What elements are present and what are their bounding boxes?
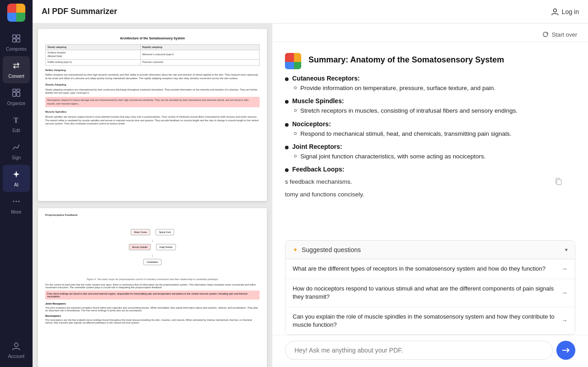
suggested-header-left: ✦ Suggested questions	[293, 246, 361, 253]
bullet-circle	[294, 86, 297, 89]
svg-point-11	[19, 201, 20, 202]
account-icon	[11, 341, 21, 352]
bullet-dot	[285, 123, 289, 127]
list-item: Muscle Spindles: Stretch receptors in mu…	[285, 97, 575, 115]
arrow-right-icon: →	[561, 289, 568, 298]
list-item: Nociceptors: Respond to mechanical stimu…	[285, 120, 575, 138]
list-item: Cutaneous Receptors: Provide information…	[285, 75, 575, 93]
svg-rect-2	[13, 39, 16, 42]
svg-rect-6	[13, 92, 16, 96]
summary-header: Start over	[272, 24, 588, 42]
sparkle-icon: ✦	[293, 246, 298, 253]
sidebar-item-more[interactable]: More	[0, 192, 33, 219]
login-button[interactable]: Log in	[551, 8, 579, 16]
sidebar-item-account[interactable]: Account	[0, 337, 33, 363]
organize-icon	[11, 88, 21, 99]
pdf-page-1: Architecture of the Somatosensory System…	[38, 29, 267, 201]
svg-rect-3	[17, 39, 20, 42]
summary-content: Summary: Anatomy of the Somatosensory Sy…	[272, 42, 588, 237]
compress-label: Compress	[6, 47, 27, 52]
bullet-heading: Joint Receptors:	[292, 143, 342, 150]
suggested-questions-header[interactable]: ✦ Suggested questions ▾	[285, 241, 575, 259]
svg-point-9	[13, 201, 14, 202]
summary-content-wrapper: Summary: Anatomy of the Somatosensory Sy…	[272, 42, 588, 367]
summary-logo-row: Summary: Anatomy of the Somatosensory Sy…	[285, 53, 575, 69]
bullet-dot	[285, 100, 289, 104]
suggested-questions-list: What are the different types of receptor…	[285, 259, 575, 334]
bullet-subtext: Respond to mechanical stimuli, heat, and…	[300, 129, 512, 138]
bullet-heading: Feedback Loops:	[292, 166, 344, 173]
app-logo	[7, 4, 25, 22]
bullet-subtext: Stretch receptors in muscles, consisting…	[300, 106, 517, 115]
main-content: AI PDF Summarizer Log in Architecture of…	[33, 0, 588, 367]
chevron-down-icon: ▾	[565, 247, 568, 253]
suggested-question-1-text: What are the different types of receptor…	[293, 265, 545, 273]
bullet-circle	[294, 155, 297, 157]
account-label: Account	[8, 354, 24, 359]
list-item: Joint Receptors: Signal joint function c…	[285, 143, 575, 161]
pdf-panel[interactable]: Architecture of the Somatosensory System…	[33, 24, 272, 367]
svg-rect-7	[17, 92, 20, 96]
arrow-right-icon: →	[561, 265, 568, 274]
bullet-heading: Nociceptors:	[292, 120, 331, 128]
more-label: More	[11, 210, 22, 214]
sidebar-item-convert[interactable]: Convert	[3, 56, 30, 83]
bullet-dot	[285, 146, 289, 149]
chat-input[interactable]	[285, 341, 553, 360]
sign-label: Sign	[12, 155, 21, 160]
bullet-subtext: Provide information on temperature, pres…	[300, 84, 495, 93]
edit-label: Edit	[12, 128, 20, 133]
bullet-circle	[294, 132, 297, 135]
login-label: Log in	[562, 8, 579, 15]
bullet-subtext: Signal joint function characteristics, w…	[300, 152, 486, 161]
list-item: Feedback Loops:	[285, 166, 575, 173]
svg-point-13	[553, 9, 556, 12]
ai-label: AI	[14, 182, 18, 187]
svg-rect-5	[17, 89, 20, 91]
header: AI PDF Summarizer Log in	[33, 0, 588, 24]
arrow-right-icon: →	[561, 316, 568, 325]
sidebar-item-compress[interactable]: Compress	[0, 29, 33, 56]
svg-rect-4	[13, 89, 16, 91]
summary-logo	[285, 53, 301, 69]
pdf-figure-label: Figure 4: Two basic loops for propriocep…	[45, 278, 260, 281]
start-over-button[interactable]: Start over	[542, 31, 577, 38]
sidebar: Compress Convert Organize T Edit	[0, 0, 33, 367]
pdf-page-2: Proprioceptive Feedback Motor Cortex Spi…	[38, 208, 267, 367]
svg-text:T: T	[14, 116, 19, 124]
sidebar-item-ai[interactable]: AI	[3, 165, 30, 192]
copy-icon-wrapper[interactable]	[555, 177, 563, 187]
more-icon	[11, 196, 21, 208]
summary-title: Summary: Anatomy of the Somatosensory Sy…	[308, 53, 504, 65]
sign-icon	[11, 142, 21, 153]
suggested-question-3[interactable]: Can you explain the role of muscle spind…	[285, 307, 575, 334]
suggested-questions-label: Suggested questions	[302, 246, 361, 253]
pdf-highlight-1: Nociceptors respond to tissue damage and…	[45, 97, 260, 107]
fade-text-1: s feedback mechanisms.	[285, 178, 352, 185]
bullet-dot	[285, 77, 289, 81]
ai-icon	[11, 169, 21, 181]
summary-list: Cutaneous Receptors: Provide information…	[285, 75, 575, 173]
svg-rect-1	[17, 35, 20, 38]
send-button[interactable]	[556, 341, 575, 360]
sidebar-item-edit[interactable]: T Edit	[0, 110, 33, 138]
bullet-heading: Cutaneous Receptors:	[292, 75, 360, 82]
suggested-question-3-text: Can you explain the role of muscle spind…	[293, 313, 558, 329]
content-area: Architecture of the Somatosensory System…	[33, 24, 588, 367]
organize-label: Organize	[7, 101, 26, 106]
suggested-question-2[interactable]: How do nociceptors respond to various st…	[285, 279, 575, 307]
suggested-question-1[interactable]: What are the different types of receptor…	[285, 259, 575, 280]
svg-rect-0	[13, 35, 16, 38]
suggested-questions-section: ✦ Suggested questions ▾ What are the dif…	[285, 240, 575, 335]
bullet-heading: Muscle Spindles:	[292, 97, 344, 105]
sidebar-item-sign[interactable]: Sign	[0, 138, 33, 165]
bullet-circle	[294, 109, 297, 112]
pdf-highlight-2: Free nerve endings are found in skin and…	[45, 291, 260, 300]
convert-label: Convert	[8, 74, 24, 79]
header-title: AI PDF Summarizer	[42, 7, 117, 16]
edit-icon: T	[11, 115, 21, 126]
start-over-label: Start over	[552, 31, 577, 38]
sidebar-item-organize[interactable]: Organize	[0, 83, 33, 110]
compress-icon	[11, 33, 21, 45]
svg-point-12	[14, 343, 18, 347]
